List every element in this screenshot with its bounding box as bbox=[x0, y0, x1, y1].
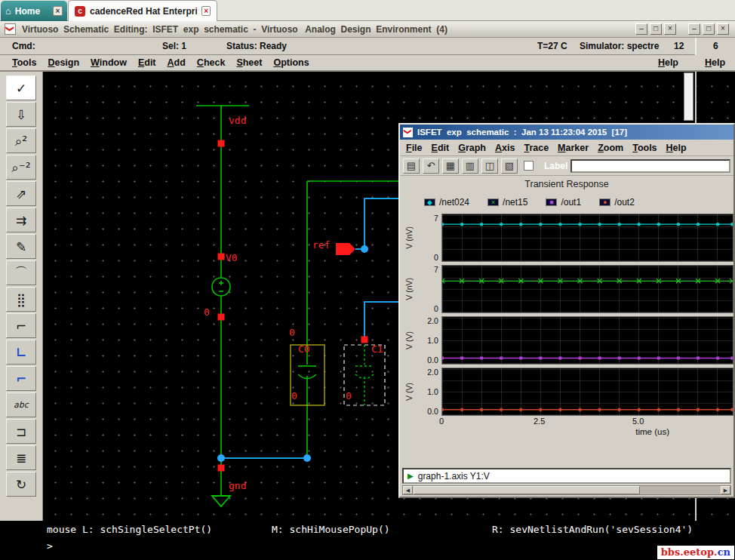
delete-draw-icon[interactable]: ✎ bbox=[6, 234, 36, 259]
bg-minimize-button[interactable]: – bbox=[688, 23, 700, 35]
label-input[interactable] bbox=[570, 159, 730, 173]
waveform-titlebar[interactable]: ❯ ISFET exp schematic : Jan 13 11:23:04 … bbox=[400, 125, 733, 140]
legend-trace-name: /net024 bbox=[439, 197, 469, 208]
main-window-titlebar[interactable]: ❯ Virtuoso Schematic Editing: ISFET exp … bbox=[0, 21, 735, 38]
selection-count: Sel: 1 bbox=[162, 41, 186, 51]
blue-nets[interactable] bbox=[221, 198, 423, 458]
value-label-c0[interactable]: 0 bbox=[291, 390, 297, 402]
menu-sheet[interactable]: Sheet bbox=[236, 57, 262, 68]
tab-home[interactable]: ⌂ Home × bbox=[1, 1, 67, 21]
select-mode-icon[interactable]: ✓ bbox=[6, 75, 36, 100]
stretch-icon[interactable]: ⇗ bbox=[6, 181, 36, 206]
menu-design[interactable]: Design bbox=[48, 57, 79, 68]
waveform-status-text: graph-1.axis Y1:V bbox=[418, 471, 490, 482]
subwindow-icon[interactable]: ◫ bbox=[481, 158, 498, 174]
bg-maximize-button[interactable]: □ bbox=[703, 23, 715, 35]
wf-menu-graph[interactable]: Graph bbox=[458, 143, 486, 153]
y-axis-title: V (nV) bbox=[403, 214, 416, 262]
tab-cadence-close-icon[interactable]: × bbox=[201, 6, 211, 16]
menu-tools[interactable]: Tools bbox=[12, 57, 36, 68]
plot-area[interactable] bbox=[441, 214, 733, 262]
waveform-window[interactable]: ❯ ISFET exp schematic : Jan 13 11:23:04 … bbox=[398, 123, 735, 498]
menu-options[interactable]: Options bbox=[273, 57, 309, 68]
print-icon[interactable]: ▤ bbox=[403, 158, 420, 174]
menu-window[interactable]: Window bbox=[91, 57, 127, 68]
instance-icon[interactable]: ⣿ bbox=[6, 287, 36, 312]
plot-area[interactable] bbox=[441, 265, 733, 313]
zoom-in-icon[interactable]: ⌕² bbox=[6, 128, 36, 153]
undo-icon[interactable]: ↶ bbox=[423, 158, 439, 174]
waveform-status-field[interactable]: ▶ graph-1.axis Y1:V bbox=[402, 468, 731, 484]
wf-menu-edit[interactable]: Edit bbox=[432, 143, 450, 153]
plot-area[interactable] bbox=[441, 368, 733, 416]
wf-menu-marker[interactable]: Marker bbox=[558, 143, 589, 153]
legend-item-net15[interactable]: ×/net15 bbox=[487, 197, 527, 208]
wires[interactable] bbox=[196, 106, 423, 496]
instance-label-v0[interactable]: V0 bbox=[226, 252, 238, 263]
cmd-prompt[interactable]: > bbox=[47, 540, 53, 552]
overlay-icon[interactable]: ▧ bbox=[501, 158, 518, 174]
menu-add[interactable]: Add bbox=[168, 57, 186, 68]
wire-corner-icon[interactable]: ∟ bbox=[6, 340, 36, 365]
menu-help[interactable]: Help bbox=[658, 57, 678, 68]
status-arrow-icon: ▶ bbox=[407, 472, 414, 480]
legend-item-net024[interactable]: ◆/net024 bbox=[424, 197, 469, 208]
wf-menu-zoom[interactable]: Zoom bbox=[598, 143, 623, 153]
waveform-strips: V (nV)70V (nV)70V (V)2.01.00.0V (V)2.01.… bbox=[400, 212, 733, 416]
minimize-button[interactable]: – bbox=[635, 23, 647, 35]
tab-home-close-icon[interactable]: × bbox=[53, 6, 63, 16]
voltage-source-v0[interactable] bbox=[212, 278, 230, 296]
legend-marker-icon: ■ bbox=[546, 198, 557, 206]
bg-menu-help[interactable]: Help bbox=[705, 57, 725, 68]
wf-menu-help[interactable]: Help bbox=[666, 143, 687, 153]
wf-menu-file[interactable]: File bbox=[406, 143, 423, 153]
undo-icon[interactable]: ⌒ bbox=[6, 260, 36, 285]
instance-label-c1[interactable]: C1 bbox=[371, 343, 383, 355]
close-button[interactable]: × bbox=[664, 23, 676, 35]
net-label-gnd[interactable]: gnd bbox=[229, 480, 246, 491]
canvas-scrollbar[interactable] bbox=[684, 72, 693, 121]
bg-session-count: 6 bbox=[713, 41, 718, 51]
wire-name-icon[interactable]: abc bbox=[6, 392, 36, 417]
legend-item-out1[interactable]: ■/out1 bbox=[546, 197, 581, 208]
plot-area[interactable] bbox=[441, 316, 733, 365]
zoom-out-icon[interactable]: ⌕⁻² bbox=[6, 155, 36, 180]
instance-label-c0[interactable]: C0 bbox=[298, 343, 310, 355]
gnd-symbol[interactable] bbox=[212, 496, 230, 506]
pin-icon[interactable]: ⊐ bbox=[6, 419, 36, 444]
pin-label-ref[interactable]: ref bbox=[312, 239, 330, 251]
strip-mode-icon[interactable]: ▥ bbox=[462, 158, 478, 174]
property-icon[interactable]: ≣ bbox=[6, 445, 36, 470]
toolbar-checkbox[interactable] bbox=[524, 161, 534, 171]
label-field-caption: Label bbox=[544, 161, 567, 171]
value-label-v0[interactable]: 0 bbox=[204, 306, 210, 318]
x-tick-0: 0 bbox=[439, 417, 444, 426]
waveform-strip-out2: V (V)2.01.00.0 bbox=[403, 368, 733, 416]
copy-icon[interactable]: ⇉ bbox=[6, 208, 36, 232]
x-tick-5-0: 5.0 bbox=[632, 417, 644, 426]
wire-wide-icon[interactable]: ⌐ bbox=[6, 313, 36, 338]
scroll-right-icon[interactable]: ▶ bbox=[721, 486, 730, 494]
net-label-c0-top[interactable]: 0 bbox=[289, 327, 295, 338]
wf-menu-trace[interactable]: Trace bbox=[524, 143, 549, 153]
maximize-button[interactable]: □ bbox=[650, 23, 662, 35]
menu-edit[interactable]: Edit bbox=[138, 57, 156, 68]
grid-icon[interactable]: ▦ bbox=[442, 158, 459, 174]
tab-cadence-label: cadenceRed Hat Enterpris... bbox=[90, 6, 197, 17]
scroll-thumb[interactable] bbox=[414, 486, 640, 494]
check-and-save-icon[interactable]: ⇩ bbox=[6, 102, 36, 127]
tab-cadence-session[interactable]: c cadenceRed Hat Enterpris... × bbox=[68, 0, 217, 21]
wf-menu-tools[interactable]: Tools bbox=[632, 143, 657, 153]
repeat-icon[interactable]: ↻ bbox=[6, 472, 36, 497]
wf-menu-axis[interactable]: Axis bbox=[495, 143, 515, 153]
scroll-left-icon[interactable]: ◀ bbox=[403, 486, 413, 494]
waveform-menu-bar: File Edit Graph Axis Trace Marker Zoom T… bbox=[400, 140, 733, 156]
wire-narrow-icon[interactable]: ⌐ bbox=[6, 366, 36, 391]
net-label-vdd[interactable]: vdd bbox=[229, 115, 246, 126]
value-label-c1[interactable]: 0 bbox=[346, 390, 352, 402]
legend-item-out2[interactable]: ●/out2 bbox=[599, 197, 635, 208]
menu-check[interactable]: Check bbox=[197, 57, 226, 68]
bg-close-button[interactable]: × bbox=[717, 23, 729, 35]
ref-pin[interactable] bbox=[336, 243, 355, 255]
waveform-h-scrollbar[interactable]: ◀ ▶ bbox=[402, 485, 731, 495]
